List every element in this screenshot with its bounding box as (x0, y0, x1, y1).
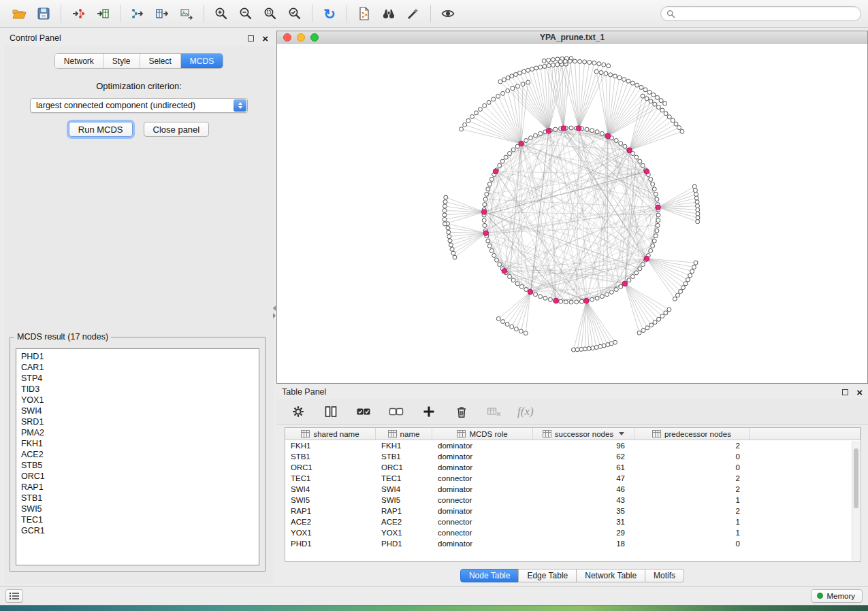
delete-table-button[interactable] (485, 402, 504, 421)
mcds-result-item[interactable]: PHD1 (21, 351, 259, 362)
mcds-result-item[interactable]: STB1 (21, 493, 259, 503)
show-hide-button[interactable] (436, 3, 460, 24)
delete-column-button[interactable] (452, 402, 471, 421)
column-header-successor-nodes[interactable]: successor nodes (533, 428, 634, 440)
table-cell: SWI4 (285, 484, 376, 495)
status-menu-button[interactable] (5, 589, 23, 603)
search-field[interactable] (660, 6, 861, 21)
mcds-result-item[interactable]: FKH1 (21, 438, 259, 449)
mcds-result-item[interactable]: SWI4 (21, 406, 259, 416)
scrollbar-thumb[interactable] (854, 448, 858, 508)
close-window-icon[interactable] (283, 33, 291, 42)
close-panel-icon[interactable]: × (262, 33, 268, 44)
table-cell-filler (750, 495, 861, 506)
float-panel-icon[interactable] (842, 389, 848, 395)
mcds-result-item[interactable]: RAP1 (21, 482, 259, 493)
mcds-result-item[interactable]: TID3 (21, 384, 259, 395)
export-network-button[interactable] (125, 3, 150, 24)
mcds-result-item[interactable]: YOX1 (21, 395, 259, 406)
run-mcds-button[interactable]: Run MCDS (69, 122, 133, 137)
mcds-result-list[interactable]: PHD1CAR1STP4TID3YOX1SWI4SRD1PMA2FKH1ACE2… (16, 348, 259, 565)
mcds-result-item[interactable]: STB5 (21, 460, 259, 471)
memory-button[interactable]: Memory (811, 589, 863, 603)
tab-motifs[interactable]: Motifs (645, 569, 684, 582)
column-header-predecessor-nodes[interactable]: predecessor nodes (634, 428, 750, 440)
table-row[interactable]: FKH1FKH1dominator962 (285, 440, 861, 451)
column-header-shared-name[interactable]: shared name (285, 428, 376, 440)
find-button[interactable] (376, 3, 401, 24)
zoom-in-button[interactable] (209, 3, 234, 24)
table-row[interactable]: TEC1TEC1connector472 (285, 473, 861, 484)
table-row[interactable]: SWI5SWI5connector431 (285, 495, 861, 506)
toolbar-separator (204, 5, 204, 22)
mcds-result-item[interactable]: ORC1 (21, 471, 259, 482)
minimize-window-icon[interactable] (297, 33, 305, 42)
table-row[interactable]: YOX1YOX1connector291 (285, 527, 861, 538)
table-cell: connector (432, 473, 533, 484)
deselect-all-button[interactable] (387, 402, 406, 421)
show-columns-button[interactable] (321, 402, 340, 421)
export-image-button[interactable] (174, 3, 199, 24)
export-table-button[interactable] (150, 3, 174, 24)
zoom-fit-button[interactable] (258, 3, 283, 24)
table-row[interactable]: ORC1ORC1dominator610 (285, 462, 861, 473)
table-grid-icon (457, 430, 466, 437)
table-row[interactable]: RAP1RAP1dominator352 (285, 506, 861, 516)
table-cell: 2 (634, 473, 750, 484)
zoom-out-button[interactable] (234, 3, 258, 24)
criterion-dropdown[interactable]: largest connected component (undirected) (30, 98, 248, 113)
tab-mcds[interactable]: MCDS (180, 54, 223, 68)
mcds-result-item[interactable]: PMA2 (21, 427, 259, 438)
close-panel-button[interactable]: Close panel (144, 122, 210, 137)
mcds-result-item[interactable]: CAR1 (21, 362, 259, 373)
tab-network-table[interactable]: Network Table (576, 569, 645, 582)
zoom-selected-button[interactable] (283, 3, 307, 24)
memory-label: Memory (826, 592, 855, 600)
table-settings-button[interactable] (289, 402, 308, 421)
add-column-button[interactable] (419, 402, 438, 421)
maximize-window-icon[interactable] (310, 33, 319, 42)
column-header-name[interactable]: name (376, 428, 432, 440)
mcds-result-item[interactable]: SRD1 (21, 416, 259, 427)
table-cell: FKH1 (285, 440, 376, 451)
tab-style[interactable]: Style (103, 54, 140, 68)
mcds-result-item[interactable]: ACE2 (21, 449, 259, 460)
network-canvas[interactable] (277, 44, 867, 383)
plus-icon (421, 404, 436, 419)
optimization-criterion-label: Optimization criterion: (4, 81, 274, 91)
table-cell: 0 (634, 462, 750, 473)
refresh-button[interactable]: ↻ (317, 3, 342, 24)
table-row[interactable]: ACE2ACE2connector311 (285, 516, 861, 527)
tab-select[interactable]: Select (140, 54, 180, 68)
tab-node-table[interactable]: Node Table (460, 569, 519, 582)
mcds-result-item[interactable]: SWI5 (21, 503, 259, 514)
close-panel-icon[interactable]: × (856, 387, 863, 397)
table-row[interactable]: PHD1PHD1dominator180 (285, 538, 861, 549)
table-cell: 2 (634, 506, 750, 516)
float-panel-icon[interactable] (248, 35, 254, 42)
table-cell: connector (432, 527, 533, 538)
open-folder-button[interactable] (7, 3, 31, 24)
style-wand-button[interactable] (401, 3, 425, 24)
mcds-result-item[interactable]: STP4 (21, 373, 259, 384)
table-cell: PHD1 (376, 538, 432, 549)
function-builder-button[interactable]: f(x) (517, 405, 534, 418)
table-scrollbar[interactable] (852, 441, 860, 561)
tab-edge-table[interactable]: Edge Table (518, 569, 577, 582)
select-all-button[interactable] (354, 402, 373, 421)
import-network-button[interactable] (66, 3, 91, 24)
table-cell: TEC1 (285, 473, 376, 484)
save-button[interactable] (31, 3, 56, 24)
mcds-result-item[interactable]: TEC1 (21, 514, 259, 525)
mcds-result-item[interactable]: GCR1 (21, 525, 259, 536)
table-cell: dominator (432, 451, 533, 462)
tab-network[interactable]: Network (55, 54, 103, 68)
network-window-titlebar[interactable]: YPA_prune.txt_1 (277, 31, 867, 44)
import-table-button[interactable] (91, 3, 115, 24)
table-cell: 1 (634, 527, 750, 538)
table-row[interactable]: SWI4SWI4dominator462 (285, 484, 861, 495)
column-header-MCDS-role[interactable]: MCDS role (432, 428, 533, 440)
search-input[interactable] (679, 9, 855, 18)
table-row[interactable]: STB1STB1dominator620 (285, 451, 861, 462)
share-document-button[interactable] (352, 3, 376, 24)
